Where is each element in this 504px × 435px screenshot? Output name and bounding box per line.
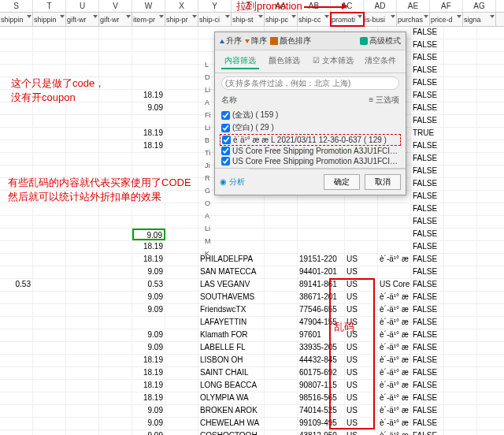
table-row[interactable]: 18.19SAINT CHAIL60175-692USè´-ä¹° æFALSE — [0, 367, 504, 380]
cell[interactable] — [99, 27, 132, 39]
cell[interactable]: 18.19 — [132, 140, 165, 152]
cell[interactable] — [99, 279, 132, 291]
cell[interactable] — [0, 52, 33, 64]
cell[interactable] — [165, 279, 198, 291]
cell[interactable]: FALSE — [411, 229, 444, 240]
cell[interactable] — [444, 418, 477, 429]
cell[interactable]: FALSE — [411, 342, 444, 354]
cell[interactable] — [444, 77, 477, 89]
cell[interactable]: 18.19 — [132, 90, 165, 102]
cell[interactable]: FALSE — [411, 254, 444, 266]
cell[interactable] — [99, 342, 132, 354]
filter-arrow-icon[interactable] — [291, 15, 296, 18]
cell[interactable]: SAN MATECCA — [198, 266, 265, 278]
column-header[interactable]: ship-cc — [298, 13, 331, 26]
cell[interactable] — [66, 39, 99, 51]
cell[interactable]: US — [345, 266, 378, 278]
cell[interactable] — [165, 418, 198, 429]
filter-options-header[interactable]: ≡ 三选项 — [369, 95, 399, 106]
cell[interactable]: FALSE — [411, 115, 444, 127]
cell[interactable] — [66, 430, 99, 435]
cell[interactable]: 9.09 — [132, 329, 165, 341]
table-row[interactable]: 18.19LISBON OH44432-845USè´-ä¹° æFALSE — [0, 355, 504, 367]
cell[interactable] — [0, 65, 33, 76]
cell[interactable] — [132, 65, 165, 76]
cell[interactable] — [444, 392, 477, 404]
cell[interactable] — [265, 203, 298, 215]
cell[interactable] — [0, 254, 33, 266]
cell[interactable] — [33, 115, 66, 127]
cell[interactable]: FALSE — [411, 405, 444, 417]
cell[interactable] — [99, 355, 132, 366]
cell[interactable] — [298, 203, 345, 215]
column-header[interactable]: shippin — [33, 13, 66, 26]
cell[interactable]: 9.09 — [132, 418, 165, 429]
cell[interactable] — [444, 367, 477, 379]
cell[interactable] — [0, 342, 33, 354]
cell[interactable]: è´-ä¹° æ — [378, 342, 411, 354]
cell[interactable] — [345, 203, 378, 215]
cell[interactable]: CHEWELAH WA — [198, 418, 265, 429]
cell[interactable]: FALSE — [411, 430, 444, 435]
table-row[interactable]: 18.19OLYMPIA WA98516-565USè´-ä¹° æFALSE — [0, 392, 504, 405]
cell[interactable] — [444, 165, 477, 177]
cell[interactable]: è´-ä¹° æ — [378, 329, 411, 341]
cell[interactable] — [33, 405, 66, 417]
cell[interactable] — [444, 241, 477, 253]
cell[interactable] — [66, 405, 99, 417]
cell[interactable] — [165, 254, 198, 266]
cell[interactable] — [298, 216, 345, 228]
cell[interactable] — [66, 367, 99, 379]
table-row[interactable]: 0.530.53LAS VEGANV89141-861USUS Core FFA… — [0, 279, 504, 292]
cell[interactable]: FALSE — [411, 77, 444, 89]
cell[interactable]: US — [345, 405, 378, 417]
cell[interactable]: 60175-692 — [298, 367, 345, 379]
cell[interactable]: LONG BEACCA — [198, 380, 265, 392]
cell[interactable] — [265, 342, 298, 354]
cell[interactable]: è´-ä¹° æ — [378, 317, 411, 329]
cell[interactable]: FALSE — [411, 27, 444, 39]
cell[interactable] — [165, 203, 198, 215]
cell[interactable] — [165, 380, 198, 392]
ok-button[interactable]: 确定 — [324, 174, 360, 190]
cell[interactable] — [33, 292, 66, 303]
cell[interactable]: SOUTHAVEMS — [198, 292, 265, 303]
cell[interactable]: 77546-655 — [298, 304, 345, 316]
cell[interactable] — [165, 90, 198, 102]
cell[interactable] — [66, 279, 99, 291]
cell[interactable] — [0, 216, 33, 228]
cell[interactable] — [378, 216, 411, 228]
cell[interactable] — [165, 216, 198, 228]
cell[interactable]: FALSE — [411, 52, 444, 64]
cell[interactable]: FriendswcTX — [198, 304, 265, 316]
cell[interactable]: 9.09 — [132, 405, 165, 417]
cell[interactable]: 9.09 — [132, 292, 165, 303]
cell[interactable] — [66, 418, 99, 429]
cell[interactable] — [444, 380, 477, 392]
cell[interactable]: FALSE — [411, 241, 444, 253]
cell[interactable] — [444, 329, 477, 341]
table-row[interactable]: LAFAYETTIN47904-155USè´-ä¹° æFALSE — [0, 317, 504, 329]
cell[interactable]: US — [345, 342, 378, 354]
cell[interactable] — [265, 292, 298, 303]
table-row[interactable]: 18.19FALSE — [0, 241, 504, 254]
cell[interactable] — [0, 418, 33, 429]
cell[interactable] — [0, 355, 33, 366]
cell[interactable] — [132, 203, 165, 215]
column-header[interactable]: gift-wr — [66, 13, 99, 26]
filter-item[interactable]: US Core Free Shipping Promotion A3JU1FCI… — [220, 156, 401, 166]
cell[interactable] — [99, 229, 132, 240]
cell[interactable] — [165, 229, 198, 240]
table-row[interactable]: 18.19PHILADELFPA19151-220USè´-ä¹° æFALSE — [0, 254, 504, 266]
cell[interactable] — [99, 380, 132, 392]
cell[interactable] — [33, 317, 66, 329]
cell[interactable] — [378, 203, 411, 215]
cell[interactable]: LISBON OH — [198, 355, 265, 366]
cell[interactable]: 94401-201 — [298, 266, 345, 278]
cell[interactable] — [444, 191, 477, 203]
cell[interactable] — [33, 329, 66, 341]
col-letter[interactable]: T — [33, 0, 66, 12]
cell[interactable] — [0, 39, 33, 51]
cell[interactable] — [444, 279, 477, 291]
cell[interactable] — [165, 241, 198, 253]
